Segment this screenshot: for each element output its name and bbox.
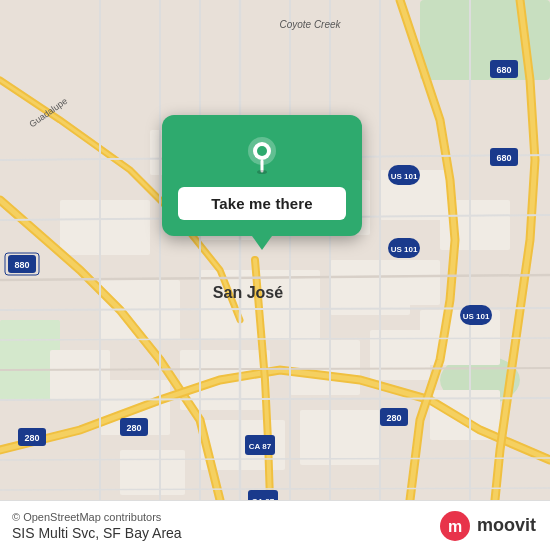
svg-text:680: 680	[496, 65, 511, 75]
svg-text:US 101: US 101	[463, 312, 490, 321]
svg-text:880: 880	[14, 260, 29, 270]
svg-text:280: 280	[386, 413, 401, 423]
svg-text:CA 87: CA 87	[252, 497, 275, 500]
moovit-brand-icon: m	[439, 510, 471, 542]
svg-text:San José: San José	[213, 284, 283, 301]
svg-text:m: m	[448, 518, 462, 535]
take-me-there-button[interactable]: Take me there	[178, 187, 346, 220]
svg-text:US 101: US 101	[391, 245, 418, 254]
svg-rect-23	[120, 450, 185, 495]
map-svg: 880 280 280 280 US 101 US 101 US 101 680…	[0, 0, 550, 500]
attribution-and-label: © OpenStreetMap contributors SIS Multi S…	[12, 511, 182, 541]
svg-text:680: 680	[496, 153, 511, 163]
moovit-text: moovit	[477, 515, 536, 536]
svg-text:CA 87: CA 87	[249, 442, 272, 451]
svg-point-70	[257, 170, 267, 174]
svg-rect-15	[380, 260, 440, 305]
location-pin-icon	[240, 133, 284, 177]
svg-point-69	[257, 146, 267, 156]
svg-rect-7	[290, 340, 360, 395]
svg-text:Coyote Creek: Coyote Creek	[279, 19, 341, 30]
bottom-bar: © OpenStreetMap contributors SIS Multi S…	[0, 500, 550, 550]
svg-text:US 101: US 101	[391, 172, 418, 181]
moovit-logo: m moovit	[439, 510, 536, 542]
svg-rect-21	[300, 410, 380, 465]
map-container: 880 280 280 280 US 101 US 101 US 101 680…	[0, 0, 550, 500]
osm-attribution: © OpenStreetMap contributors	[12, 511, 182, 523]
svg-text:280: 280	[24, 433, 39, 443]
svg-rect-10	[60, 200, 150, 255]
service-label: SIS Multi Svc, SF Bay Area	[12, 525, 182, 541]
popup-card: Take me there	[162, 115, 362, 236]
svg-text:280: 280	[126, 423, 141, 433]
